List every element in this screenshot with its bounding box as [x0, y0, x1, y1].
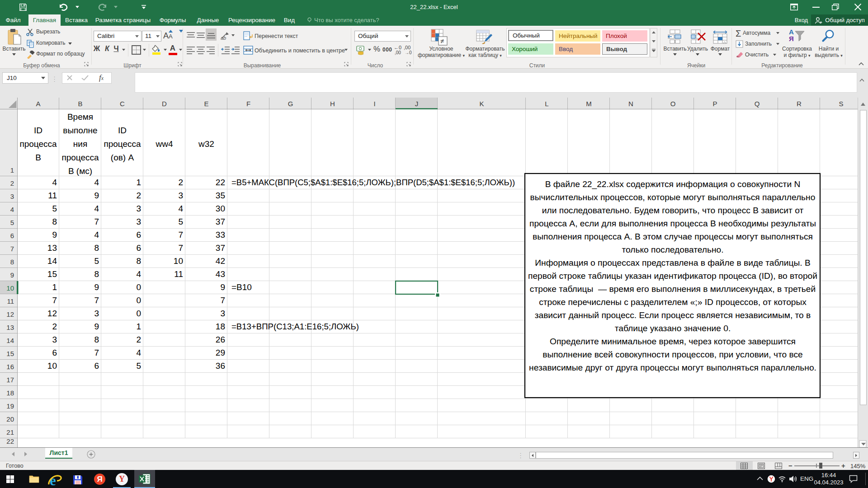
svg-text:6: 6 [10, 232, 14, 239]
svg-text:3: 3 [52, 335, 57, 344]
svg-text:9: 9 [94, 191, 99, 200]
svg-text:18: 18 [216, 322, 225, 331]
svg-text:22: 22 [216, 178, 225, 187]
svg-text:12: 12 [47, 309, 57, 318]
svg-text:Определите минимальное время,: Определите минимальное время, через кото… [550, 337, 796, 346]
svg-text:35: 35 [216, 191, 225, 200]
svg-text:O: O [670, 100, 676, 108]
svg-text:H: H [330, 100, 335, 108]
svg-text:7: 7 [10, 245, 14, 253]
svg-text:Время: Время [67, 112, 93, 122]
svg-text:4: 4 [178, 204, 183, 213]
svg-text:7: 7 [94, 348, 99, 357]
svg-text:B: B [78, 100, 82, 108]
svg-text:≠: ≠ [440, 37, 444, 45]
svg-text:0: 0 [136, 282, 141, 292]
svg-text:2: 2 [136, 335, 141, 344]
svg-text:17: 17 [6, 376, 14, 384]
svg-text:8: 8 [94, 243, 99, 253]
svg-text:7: 7 [52, 296, 57, 305]
svg-text:9: 9 [94, 322, 99, 331]
svg-text:4: 4 [10, 206, 14, 213]
svg-text:11: 11 [7, 297, 14, 305]
svg-text:5: 5 [178, 217, 183, 226]
svg-text:3: 3 [10, 192, 14, 200]
svg-text:8: 8 [94, 269, 99, 279]
svg-text:1: 1 [136, 322, 141, 331]
svg-text:выполне: выполне [63, 126, 97, 135]
svg-text:выполнения процесса А. В этом: выполнения процесса А. В этом случае про… [533, 232, 813, 241]
svg-text:8: 8 [10, 258, 14, 266]
svg-text:15: 15 [47, 269, 57, 279]
svg-text:Q: Q [755, 100, 760, 108]
svg-text:43: 43 [216, 269, 225, 279]
svg-text:G: G [288, 100, 293, 108]
svg-text:J: J [415, 100, 419, 108]
svg-text:N: N [628, 100, 633, 108]
svg-text:9: 9 [10, 271, 14, 279]
svg-text:строке перечислены с разделите: строке перечислены с разделителем «;» ID… [539, 297, 807, 307]
svg-text:0: 0 [136, 296, 141, 305]
svg-text:1: 1 [52, 282, 57, 292]
svg-text:4: 4 [52, 178, 57, 187]
svg-text:процесса: процесса [61, 153, 99, 162]
svg-text:2: 2 [136, 191, 141, 200]
svg-text:16: 16 [6, 363, 14, 371]
svg-text:вычислительных процессов, кото: вычислительных процессов, которые могут … [530, 192, 816, 202]
svg-text:или последовательно. Будем гов: или последовательно. Будем говорить, что… [542, 206, 804, 215]
svg-text:зависит данный процесс. Если п: зависит данный процесс. Если процесс явл… [535, 310, 811, 320]
svg-text:I: I [373, 100, 375, 108]
svg-text:В: В [35, 153, 41, 162]
svg-text:=B10: =B10 [231, 282, 252, 292]
svg-text:30: 30 [216, 204, 225, 213]
svg-text:8: 8 [136, 256, 141, 266]
svg-text:14: 14 [6, 337, 14, 344]
svg-text:6: 6 [136, 230, 141, 239]
svg-text:процесса А, если для выполнени: процесса А, если для выполнения процесса… [529, 219, 816, 228]
svg-text:8: 8 [94, 335, 99, 344]
svg-text:36: 36 [216, 361, 225, 371]
svg-text:F: F [246, 100, 250, 108]
svg-text:5: 5 [136, 361, 141, 371]
svg-text:=B5+МАКС(ВПР(C5;$A$1:$E$16;5;Л: =B5+МАКС(ВПР(C5;$A$1:$E$16;5;ЛОЖЬ);ВПР(D… [231, 178, 515, 187]
svg-text:первой строке таблицы указан и: первой строке таблицы указан идентификат… [528, 271, 817, 281]
svg-text:3: 3 [136, 217, 141, 226]
svg-text:ww4: ww4 [155, 139, 173, 149]
svg-text:4: 4 [94, 204, 99, 213]
svg-text:В файле 22_22.xlsx содержится: В файле 22_22.xlsx содержится информация… [545, 179, 801, 189]
svg-text:11: 11 [174, 269, 183, 279]
svg-text:7: 7 [220, 296, 225, 305]
svg-text:1: 1 [136, 178, 141, 187]
svg-text:3: 3 [94, 309, 99, 318]
svg-text:3: 3 [178, 191, 183, 200]
svg-text:3: 3 [136, 204, 141, 213]
svg-text:независимые друг от друга проц: независимые друг от друга процессы могут… [529, 363, 816, 372]
svg-text:A: A [36, 100, 40, 108]
svg-text:5: 5 [52, 204, 57, 213]
svg-text:процесса: процесса [19, 139, 57, 149]
svg-text:14: 14 [47, 256, 57, 266]
svg-text:Информация о процессах предста: Информация о процессах представлена в фа… [535, 258, 810, 267]
svg-text:5: 5 [94, 256, 99, 266]
svg-text:строке таблицы — время его вы: строке таблицы — время его выполнения в … [530, 284, 816, 294]
svg-text:22: 22 [6, 437, 14, 445]
svg-text:S: S [839, 100, 843, 108]
svg-text:D: D [162, 100, 167, 108]
svg-text:18: 18 [6, 389, 14, 397]
svg-text:37: 37 [216, 243, 225, 253]
svg-text:таблице указано значение 0.: таблице указано значение 0. [615, 324, 731, 333]
svg-text:R: R [797, 100, 802, 108]
svg-text:3: 3 [220, 309, 225, 318]
svg-text:E: E [204, 100, 208, 108]
svg-text:33: 33 [216, 230, 225, 239]
svg-text:0: 0 [136, 309, 141, 318]
svg-text:29: 29 [216, 348, 225, 357]
svg-text:2: 2 [10, 179, 14, 187]
svg-text:9: 9 [94, 282, 99, 292]
svg-text:12: 12 [6, 310, 14, 318]
svg-text:=B13+ВПР(C13;A1:E16;5;ЛОЖЬ): =B13+ВПР(C13;A1:E16;5;ЛОЖЬ) [231, 322, 359, 331]
svg-text:ab: ab [221, 35, 226, 41]
svg-text:6: 6 [94, 361, 99, 371]
svg-text:9: 9 [52, 230, 57, 239]
svg-text:13: 13 [6, 324, 14, 331]
